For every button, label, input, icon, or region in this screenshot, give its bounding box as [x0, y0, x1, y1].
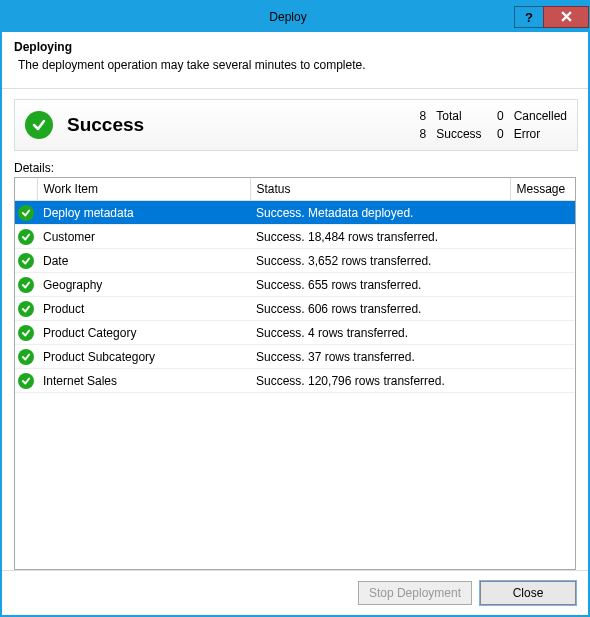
- row-work-item: Deploy metadata: [37, 201, 250, 225]
- table-row[interactable]: Internet SalesSuccess. 120,796 rows tran…: [15, 369, 575, 393]
- window-title: Deploy: [62, 10, 514, 24]
- table-row[interactable]: GeographySuccess. 655 rows transferred.: [15, 273, 575, 297]
- row-status-icon: [15, 345, 37, 369]
- row-work-item: Product: [37, 297, 250, 321]
- row-work-item: Customer: [37, 225, 250, 249]
- close-icon: [561, 10, 572, 25]
- check-icon: [18, 373, 34, 389]
- summary-status: Success: [67, 114, 414, 136]
- check-icon: [18, 229, 34, 245]
- stop-deployment-button: Stop Deployment: [358, 581, 472, 605]
- row-work-item: Product Subcategory: [37, 345, 250, 369]
- row-status: Success. 655 rows transferred.: [250, 273, 510, 297]
- row-status: Success. 606 rows transferred.: [250, 297, 510, 321]
- row-status: Success. 37 rows transferred.: [250, 345, 510, 369]
- help-icon: ?: [525, 10, 533, 25]
- stat-error-count: 0: [492, 127, 504, 141]
- row-status-icon: [15, 297, 37, 321]
- header-title: Deploying: [14, 40, 576, 54]
- check-icon: [18, 277, 34, 293]
- col-work-item[interactable]: Work Item: [37, 178, 250, 201]
- stat-total-label: Total: [436, 109, 481, 123]
- header-row: Work Item Status Message: [15, 178, 575, 201]
- row-status: Success. 120,796 rows transferred.: [250, 369, 510, 393]
- check-icon: [18, 205, 34, 221]
- stat-error-label: Error: [514, 127, 567, 141]
- col-icon[interactable]: [15, 178, 37, 201]
- header-area: Deploying The deployment operation may t…: [2, 32, 588, 89]
- close-window-button[interactable]: [543, 6, 589, 28]
- row-work-item: Geography: [37, 273, 250, 297]
- details-grid[interactable]: Work Item Status Message Deploy metadata…: [14, 177, 576, 570]
- row-work-item: Date: [37, 249, 250, 273]
- table-row[interactable]: Product SubcategorySuccess. 37 rows tran…: [15, 345, 575, 369]
- row-status: Success. 4 rows transferred.: [250, 321, 510, 345]
- row-status: Success. 18,484 rows transferred.: [250, 225, 510, 249]
- table-row[interactable]: Product CategorySuccess. 4 rows transfer…: [15, 321, 575, 345]
- row-status-icon: [15, 369, 37, 393]
- row-message: [510, 345, 575, 369]
- table-row[interactable]: Deploy metadataSuccess. Metadata deploye…: [15, 201, 575, 225]
- success-icon: [25, 111, 53, 139]
- row-message: [510, 225, 575, 249]
- check-icon: [18, 349, 34, 365]
- summary-box: Success 8 Total 0 Cancelled 8 Success 0 …: [14, 99, 578, 151]
- check-icon: [18, 301, 34, 317]
- stat-cancelled-label: Cancelled: [514, 109, 567, 123]
- row-status-icon: [15, 225, 37, 249]
- table-row[interactable]: CustomerSuccess. 18,484 rows transferred…: [15, 225, 575, 249]
- header-subtitle: The deployment operation may take severa…: [14, 58, 576, 72]
- deploy-dialog: Deploy ? Deploying The deployment operat…: [0, 0, 590, 617]
- check-icon: [18, 253, 34, 269]
- row-status-icon: [15, 273, 37, 297]
- table-row[interactable]: ProductSuccess. 606 rows transferred.: [15, 297, 575, 321]
- stat-cancelled-count: 0: [492, 109, 504, 123]
- close-button[interactable]: Close: [480, 581, 576, 605]
- details-label: Details:: [2, 151, 588, 177]
- row-message: [510, 201, 575, 225]
- col-message[interactable]: Message: [510, 178, 575, 201]
- row-work-item: Internet Sales: [37, 369, 250, 393]
- footer: Stop Deployment Close: [2, 570, 588, 615]
- row-message: [510, 273, 575, 297]
- row-status: Success. Metadata deployed.: [250, 201, 510, 225]
- row-status: Success. 3,652 rows transferred.: [250, 249, 510, 273]
- row-message: [510, 249, 575, 273]
- row-message: [510, 297, 575, 321]
- stat-success-count: 8: [414, 127, 426, 141]
- row-status-icon: [15, 249, 37, 273]
- col-status[interactable]: Status: [250, 178, 510, 201]
- row-work-item: Product Category: [37, 321, 250, 345]
- stat-success-label: Success: [436, 127, 481, 141]
- row-status-icon: [15, 321, 37, 345]
- row-status-icon: [15, 201, 37, 225]
- check-icon: [18, 325, 34, 341]
- row-message: [510, 321, 575, 345]
- help-button[interactable]: ?: [514, 6, 544, 28]
- stat-total-count: 8: [414, 109, 426, 123]
- table-row[interactable]: DateSuccess. 3,652 rows transferred.: [15, 249, 575, 273]
- titlebar: Deploy ?: [2, 2, 588, 32]
- summary-stats: 8 Total 0 Cancelled 8 Success 0 Error: [414, 109, 567, 141]
- row-message: [510, 369, 575, 393]
